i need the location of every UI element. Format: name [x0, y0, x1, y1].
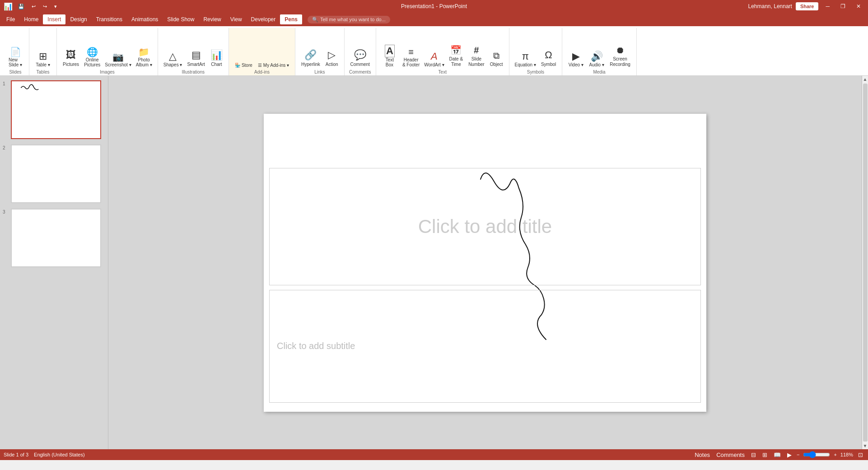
date-time-button[interactable]: 📅 Date &Time: [447, 43, 466, 69]
screen-recording-icon: ⏺: [616, 45, 625, 56]
text-group-label: Text: [380, 70, 505, 74]
online-pictures-button[interactable]: 🌐 OnlinePictures: [82, 45, 102, 69]
scroll-thumb[interactable]: [863, 84, 868, 442]
slide-thumb-3[interactable]: 3: [2, 208, 106, 268]
slides-group-label: Slides: [5, 70, 25, 74]
close-btn[interactable]: ✕: [853, 2, 864, 10]
slide-sorter-btn[interactable]: ⊞: [761, 451, 769, 459]
new-slide-label: NewSlide ▾: [9, 57, 22, 67]
textbox-icon: A: [385, 45, 395, 57]
slide-num-1: 1: [3, 80, 9, 86]
slide-thumb-2[interactable]: 2: [2, 144, 106, 204]
video-button[interactable]: ▶ Video ▾: [566, 49, 586, 69]
slide-img-3[interactable]: [11, 209, 101, 267]
smartart-label: SmartArt: [187, 62, 205, 67]
object-button[interactable]: ⧉ Object: [488, 49, 505, 69]
menu-design[interactable]: Design: [65, 14, 91, 24]
screen-recording-button[interactable]: ⏺ ScreenRecording: [607, 44, 633, 69]
chart-button[interactable]: 📊 Chart: [208, 48, 225, 69]
screenshot-label: Screenshot ▾: [105, 62, 131, 67]
smartart-button[interactable]: ▤ SmartArt: [185, 48, 207, 69]
scroll-up-btn[interactable]: ▲: [863, 77, 868, 82]
zoom-slider[interactable]: [803, 451, 830, 458]
slide-thumb-1[interactable]: 1: [2, 79, 106, 140]
ribbon-group-media: ▶ Video ▾ 🔊 Audio ▾ ⏺ ScreenRecording Me…: [562, 28, 637, 75]
table-button[interactable]: ⊞ Table ▾: [33, 49, 53, 69]
menu-slideshow[interactable]: Slide Show: [163, 14, 199, 24]
normal-view-btn[interactable]: ⊟: [750, 451, 757, 459]
pictures-button[interactable]: 🖼 Pictures: [61, 48, 81, 69]
slide-num-2: 2: [3, 144, 9, 150]
screenshot-button[interactable]: 📷 Screenshot ▾: [103, 50, 133, 69]
comment-button[interactable]: 💬 Comment: [348, 48, 372, 69]
header-footer-button[interactable]: ≡ Header& Footer: [401, 46, 421, 69]
photo-album-button[interactable]: 📁 PhotoAlbum ▾: [134, 45, 154, 69]
tables-group-items: ⊞ Table ▾: [33, 30, 53, 69]
comments-group-label: Comments: [348, 70, 372, 74]
reading-view-btn[interactable]: 📖: [772, 451, 782, 459]
wordart-label: WordArt ▾: [424, 62, 444, 67]
subtitle-placeholder[interactable]: Click to add subtitle: [269, 290, 701, 403]
app-icon: 📊: [4, 2, 13, 11]
slide-number-button[interactable]: # SlideNumber: [466, 44, 487, 69]
menu-developer[interactable]: Developer: [247, 14, 280, 24]
addins-group-label: Add-ins: [233, 70, 291, 74]
fit-slide-btn[interactable]: ⊡: [857, 451, 864, 459]
menu-home[interactable]: Home: [19, 14, 43, 24]
share-button[interactable]: Share: [796, 2, 819, 10]
restore-btn[interactable]: ❐: [837, 2, 849, 10]
slide-num-3: 3: [3, 209, 9, 214]
my-addins-button[interactable]: ☰ My Add-ins ▾: [256, 62, 291, 69]
save-quick-btn[interactable]: 💾: [16, 3, 26, 10]
menu-view[interactable]: View: [226, 14, 247, 24]
shapes-label: Shapes ▾: [163, 62, 182, 67]
ribbon-group-tables: ⊞ Table ▾ Tables: [29, 28, 57, 75]
new-slide-button[interactable]: 📄 NewSlide ▾: [5, 45, 25, 69]
textbox-button[interactable]: A TextBox: [380, 43, 400, 69]
menu-review[interactable]: Review: [199, 14, 225, 24]
smartart-icon: ▤: [191, 49, 201, 61]
table-label: Table ▾: [36, 62, 50, 67]
notes-btn[interactable]: Notes: [693, 451, 711, 459]
audio-button[interactable]: 🔊 Audio ▾: [587, 49, 607, 69]
zoom-in-btn[interactable]: +: [834, 452, 836, 457]
symbol-label: Symbol: [541, 62, 556, 67]
scroll-down-btn[interactable]: ▼: [863, 443, 868, 448]
customize-qa-btn[interactable]: ▾: [52, 3, 59, 10]
wordart-button[interactable]: A WordArt ▾: [422, 49, 446, 69]
slide-img-2[interactable]: [11, 144, 101, 203]
user-name: Lehmann, Lennart: [748, 3, 792, 9]
symbol-button[interactable]: Ω Symbol: [539, 48, 558, 69]
equation-label: Equation ▾: [515, 62, 536, 67]
app-title: Presentation1 - PowerPoint: [401, 3, 467, 9]
tell-me-bar[interactable]: 🔍 Tell me what you want to do...: [308, 16, 390, 23]
hyperlink-label: Hyperlink: [301, 62, 320, 67]
equation-button[interactable]: π Equation ▾: [513, 49, 538, 69]
menu-pens[interactable]: Pens: [280, 14, 302, 24]
comment-icon: 💬: [354, 49, 366, 61]
store-button[interactable]: 🏪 Store: [233, 62, 255, 69]
audio-icon: 🔊: [591, 51, 603, 62]
slideshow-btn[interactable]: ▶: [786, 451, 793, 459]
slide-img-1[interactable]: [11, 80, 101, 139]
title-placeholder[interactable]: Click to add title: [269, 168, 701, 285]
symbol-icon: Ω: [545, 49, 552, 61]
menu-animations[interactable]: Animations: [127, 14, 163, 24]
undo-btn[interactable]: ↩: [30, 3, 37, 10]
illustrations-group-label: Illustrations: [162, 70, 225, 74]
zoom-out-btn[interactable]: −: [797, 452, 799, 457]
shapes-button[interactable]: △ Shapes ▾: [162, 49, 184, 69]
language: English (United States): [34, 452, 85, 457]
comments-btn[interactable]: Comments: [715, 451, 746, 459]
menu-file[interactable]: File: [2, 14, 19, 24]
slide-canvas[interactable]: Click to add title Click to add subtitle: [264, 114, 706, 412]
redo-btn[interactable]: ↪: [41, 3, 49, 10]
menu-transitions[interactable]: Transitions: [92, 14, 127, 24]
action-button[interactable]: ▷ Action: [323, 48, 341, 69]
menu-insert[interactable]: Insert: [43, 14, 65, 24]
tell-me-text: Tell me what you want to do...: [320, 17, 386, 22]
minimize-btn[interactable]: ─: [822, 2, 833, 10]
hyperlink-button[interactable]: 🔗 Hyperlink: [299, 48, 322, 69]
vertical-scrollbar[interactable]: ▲ ▼: [862, 76, 868, 449]
title-left: 📊 💾 ↩ ↪ ▾: [4, 2, 59, 11]
